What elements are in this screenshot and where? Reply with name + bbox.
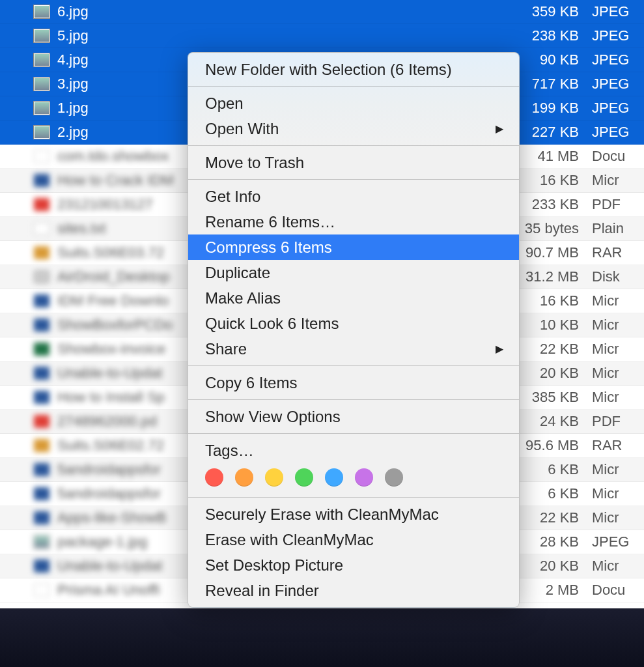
context-menu[interactable]: New Folder with Selection (6 Items) Open… — [188, 52, 520, 608]
file-kind: Micr — [592, 317, 644, 334]
file-kind: JPEG — [592, 100, 644, 117]
menu-label: Set Desktop Picture — [205, 554, 343, 576]
file-kind: Plain — [592, 220, 644, 237]
menu-copy[interactable]: Copy 6 Items — [188, 370, 519, 395]
file-icon-cell — [0, 270, 55, 283]
file-icon-cell — [0, 5, 55, 18]
tag-color-dot[interactable] — [355, 468, 373, 487]
file-row[interactable]: 6.jpg359 KBJPEG — [0, 0, 644, 24]
file-icon-cell — [0, 487, 55, 500]
file-kind: JPEG — [592, 27, 644, 44]
file-icon-cell — [0, 439, 55, 452]
file-icon — [34, 294, 49, 307]
menu-quick-look[interactable]: Quick Look 6 Items — [188, 311, 519, 336]
file-icon — [34, 391, 49, 404]
menu-label: Make Alias — [205, 287, 281, 309]
file-kind: PDF — [592, 196, 644, 213]
file-icon-cell — [0, 584, 55, 597]
file-kind: JPEG — [592, 124, 644, 141]
menu-label: Compress 6 Items — [205, 236, 332, 258]
file-name: 5.jpg — [55, 27, 501, 44]
menu-make-alias[interactable]: Make Alias — [188, 285, 519, 311]
menu-open[interactable]: Open — [188, 91, 519, 116]
menu-share[interactable]: Share ▶ — [188, 336, 519, 362]
file-kind: Micr — [592, 558, 644, 575]
file-icon — [34, 584, 49, 597]
menu-securely-erase[interactable]: Securely Erase with CleanMyMac — [188, 502, 519, 527]
file-icon — [34, 5, 49, 18]
menu-get-info[interactable]: Get Info — [188, 184, 519, 209]
file-kind: PDF — [592, 413, 644, 430]
file-icon — [34, 511, 49, 524]
file-icon-cell — [0, 29, 55, 42]
file-icon-cell — [0, 391, 55, 404]
file-icon-cell — [0, 511, 55, 524]
file-icon — [34, 102, 49, 115]
file-size: 359 KB — [501, 3, 592, 20]
file-icon — [34, 535, 49, 548]
menu-erase[interactable]: Erase with CleanMyMac — [188, 527, 519, 552]
file-icon-cell — [0, 174, 55, 187]
tag-color-dot[interactable] — [385, 468, 403, 487]
file-name: 6.jpg — [55, 3, 501, 20]
file-icon — [34, 415, 49, 428]
file-kind: RAR — [592, 437, 644, 454]
file-kind: Micr — [592, 509, 644, 526]
file-icon — [34, 198, 49, 211]
menu-label: Tags… — [205, 440, 254, 461]
menu-set-desktop-picture[interactable]: Set Desktop Picture — [188, 552, 519, 578]
file-icon — [34, 463, 49, 476]
menu-open-with[interactable]: Open With ▶ — [188, 116, 519, 141]
menu-rename[interactable]: Rename 6 Items… — [188, 209, 519, 234]
file-icon-cell — [0, 294, 55, 307]
menu-label: Open With — [205, 118, 279, 139]
file-icon-cell — [0, 126, 55, 139]
file-icon — [34, 126, 49, 139]
menu-separator — [188, 145, 519, 146]
file-row[interactable]: 5.jpg238 KBJPEG — [0, 24, 644, 48]
menu-label: Open — [205, 92, 244, 114]
tag-color-dot[interactable] — [295, 468, 313, 487]
menu-new-folder-with-selection[interactable]: New Folder with Selection (6 Items) — [188, 57, 519, 82]
menu-show-view-options[interactable]: Show View Options — [188, 404, 519, 429]
file-icon — [34, 78, 49, 91]
file-kind: Micr — [592, 485, 644, 502]
file-kind: JPEG — [592, 76, 644, 92]
menu-reveal-in-finder[interactable]: Reveal in Finder — [188, 578, 519, 603]
file-icon-cell — [0, 78, 55, 91]
tags-row — [188, 463, 519, 493]
menu-label: Move to Trash — [205, 152, 304, 173]
menu-duplicate[interactable]: Duplicate — [188, 260, 519, 285]
menu-label: Show View Options — [205, 406, 341, 427]
menu-move-to-trash[interactable]: Move to Trash — [188, 150, 519, 175]
menu-label: Copy 6 Items — [205, 372, 297, 393]
menu-label: Rename 6 Items… — [205, 211, 335, 233]
file-icon — [34, 270, 49, 283]
file-icon-cell — [0, 463, 55, 476]
menu-tags[interactable]: Tags… — [188, 438, 519, 463]
menu-separator — [188, 179, 519, 180]
file-icon — [34, 29, 49, 42]
file-kind: JPEG — [592, 533, 644, 550]
menu-compress[interactable]: Compress 6 Items — [188, 234, 519, 260]
tag-color-dot[interactable] — [235, 468, 253, 487]
file-icon — [34, 174, 49, 187]
file-kind: Micr — [592, 172, 644, 189]
file-icon-cell — [0, 246, 55, 259]
file-kind: Disk — [592, 268, 644, 285]
file-kind: JPEG — [592, 3, 644, 20]
file-kind: Docu — [592, 148, 644, 165]
file-icon-cell — [0, 367, 55, 380]
chevron-right-icon: ▶ — [496, 118, 503, 139]
tag-color-dot[interactable] — [325, 468, 343, 487]
menu-label: Share — [205, 338, 247, 360]
file-icon-cell — [0, 415, 55, 428]
file-icon-cell — [0, 535, 55, 548]
file-icon — [34, 343, 49, 356]
file-icon-cell — [0, 102, 55, 115]
menu-separator — [188, 86, 519, 87]
file-kind: Micr — [592, 341, 644, 358]
tag-color-dot[interactable] — [265, 468, 283, 487]
tag-color-dot[interactable] — [205, 468, 223, 487]
file-icon — [34, 560, 49, 573]
